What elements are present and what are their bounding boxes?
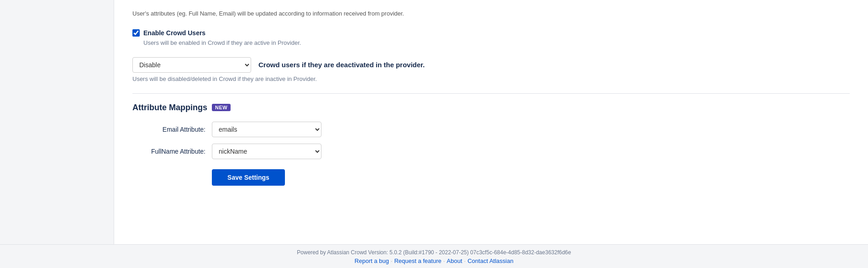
fullname-attribute-row: FullName Attribute: nickName displayName… bbox=[142, 144, 850, 159]
main-layout: User's attributes (eg. Full Name, Email)… bbox=[0, 0, 868, 244]
footer: Powered by Atlassian Crowd Version: 5.0.… bbox=[0, 244, 868, 268]
save-settings-button[interactable]: Save Settings bbox=[212, 169, 285, 186]
footer-dot-3: · bbox=[464, 257, 466, 264]
footer-link-contact-atlassian[interactable]: Contact Atlassian bbox=[468, 257, 513, 264]
footer-dot-2: · bbox=[443, 257, 445, 264]
top-note: User's attributes (eg. Full Name, Email)… bbox=[132, 9, 850, 18]
disable-description: Users will be disabled/deleted in Crowd … bbox=[132, 75, 850, 82]
enable-crowd-users-label[interactable]: Enable Crowd Users bbox=[143, 29, 205, 37]
footer-link-about[interactable]: About bbox=[447, 257, 462, 264]
footer-dot-1: · bbox=[391, 257, 393, 264]
attribute-mappings-title: Attribute Mappings bbox=[132, 103, 207, 113]
footer-links: Report a bug · Request a feature · About… bbox=[0, 257, 868, 264]
disable-select[interactable]: Disable Delete bbox=[132, 57, 251, 73]
enable-crowd-users-row: Enable Crowd Users bbox=[132, 29, 850, 37]
fullname-attribute-select[interactable]: nickName displayName cn name bbox=[212, 144, 321, 159]
section-divider bbox=[132, 93, 850, 94]
disable-row: Disable Delete Crowd users if they are d… bbox=[132, 57, 850, 73]
content-area: User's attributes (eg. Full Name, Email)… bbox=[114, 0, 868, 244]
email-attribute-select[interactable]: emails email mail bbox=[212, 122, 321, 137]
page-wrapper: User's attributes (eg. Full Name, Email)… bbox=[0, 0, 868, 268]
new-badge: NEW bbox=[212, 104, 231, 111]
sidebar bbox=[0, 0, 114, 244]
fullname-attribute-label: FullName Attribute: bbox=[142, 148, 205, 155]
attribute-mappings-header: Attribute Mappings NEW bbox=[132, 103, 850, 113]
footer-link-report-bug[interactable]: Report a bug bbox=[355, 257, 389, 264]
enable-crowd-users-description: Users will be enabled in Crowd if they a… bbox=[132, 39, 850, 46]
email-attribute-row: Email Attribute: emails email mail bbox=[142, 122, 850, 137]
disable-section: Disable Delete Crowd users if they are d… bbox=[132, 57, 850, 82]
attribute-form: Email Attribute: emails email mail FullN… bbox=[142, 122, 850, 186]
enable-crowd-users-section: Enable Crowd Users Users will be enabled… bbox=[132, 29, 850, 46]
enable-crowd-users-checkbox[interactable] bbox=[132, 29, 140, 37]
footer-link-request-feature[interactable]: Request a feature bbox=[394, 257, 441, 264]
email-attribute-label: Email Attribute: bbox=[142, 126, 205, 133]
disable-label-text: Crowd users if they are deactivated in t… bbox=[258, 61, 425, 69]
footer-version-text: Powered by Atlassian Crowd Version: 5.0.… bbox=[0, 249, 868, 256]
